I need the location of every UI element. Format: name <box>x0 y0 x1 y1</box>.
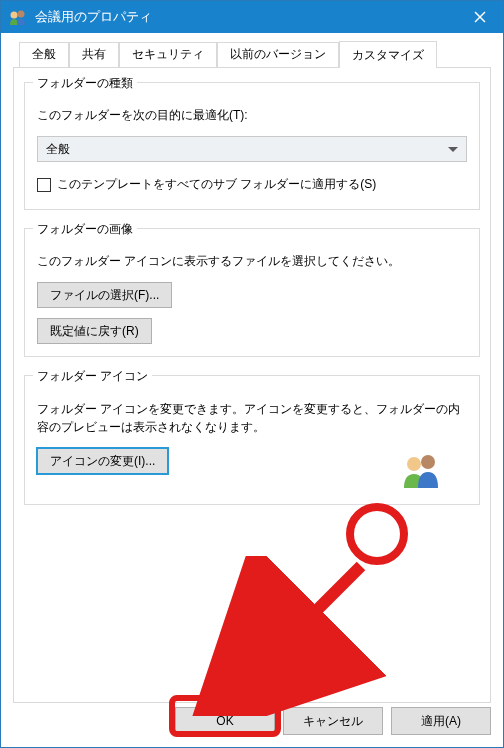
group-folder-image: フォルダーの画像 このフォルダー アイコンに表示するファイルを選択してください。… <box>24 228 480 357</box>
close-button[interactable] <box>457 1 503 33</box>
tab-share[interactable]: 共有 <box>69 42 119 67</box>
apply-subfolders-row[interactable]: このテンプレートをすべてのサブ フォルダーに適用する(S) <box>37 176 467 193</box>
ok-button[interactable]: OK <box>175 707 275 735</box>
svg-point-0 <box>11 12 18 19</box>
tab-general[interactable]: 全般 <box>19 42 69 67</box>
window-icon <box>9 8 27 26</box>
apply-button[interactable]: 適用(A) <box>391 707 491 735</box>
chevron-down-icon <box>448 147 458 152</box>
svg-point-4 <box>407 457 421 471</box>
group-folder-type: フォルダーの種類 このフォルダーを次の目的に最適化(T): 全般 このテンプレー… <box>24 82 480 210</box>
cancel-button[interactable]: キャンセル <box>283 707 383 735</box>
window-title: 会議用のプロパティ <box>35 8 457 26</box>
change-icon-button[interactable]: アイコンの変更(I)... <box>37 448 168 474</box>
folder-icon-help: フォルダー アイコンを変更できます。アイコンを変更すると、フォルダーの内容のプレ… <box>37 400 467 436</box>
optimize-select-value: 全般 <box>46 141 70 158</box>
tab-versions[interactable]: 以前のバージョン <box>217 42 339 67</box>
dialog-buttons: OK キャンセル 適用(A) <box>175 707 491 735</box>
apply-subfolders-checkbox[interactable] <box>37 178 51 192</box>
restore-default-button[interactable]: 既定値に戻す(R) <box>37 318 152 344</box>
close-icon <box>474 11 486 23</box>
group-folder-icon: フォルダー アイコン フォルダー アイコンを変更できます。アイコンを変更すると、… <box>24 375 480 505</box>
folder-icon-preview <box>401 450 441 490</box>
title-bar: 会議用のプロパティ <box>1 1 503 33</box>
folder-image-help: このフォルダー アイコンに表示するファイルを選択してください。 <box>37 253 467 270</box>
optimize-label: このフォルダーを次の目的に最適化(T): <box>37 107 467 124</box>
choose-file-button[interactable]: ファイルの選択(F)... <box>37 282 172 308</box>
group-folder-image-legend: フォルダーの画像 <box>33 221 137 238</box>
tab-pane-customize: フォルダーの種類 このフォルダーを次の目的に最適化(T): 全般 このテンプレー… <box>13 67 491 703</box>
group-folder-icon-legend: フォルダー アイコン <box>33 368 152 385</box>
svg-point-1 <box>18 11 25 18</box>
svg-point-5 <box>421 455 435 469</box>
group-folder-type-legend: フォルダーの種類 <box>33 75 137 92</box>
optimize-select[interactable]: 全般 <box>37 136 467 162</box>
tab-security[interactable]: セキュリティ <box>119 42 217 67</box>
tab-strip: 全般 共有 セキュリティ 以前のバージョン カスタマイズ <box>13 41 491 67</box>
apply-subfolders-label: このテンプレートをすべてのサブ フォルダーに適用する(S) <box>57 176 376 193</box>
tab-customize[interactable]: カスタマイズ <box>339 41 437 68</box>
